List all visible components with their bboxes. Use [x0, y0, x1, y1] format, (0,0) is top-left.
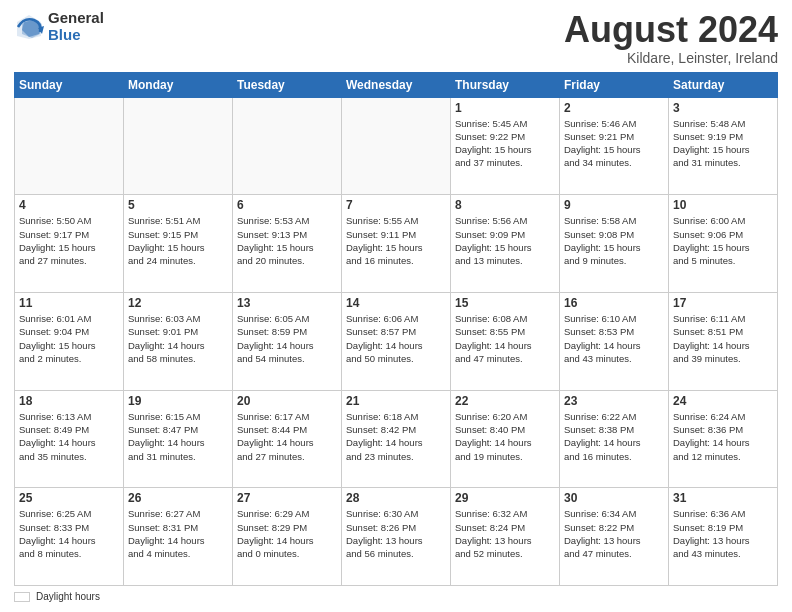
day-info: Sunrise: 6:00 AM Sunset: 9:06 PM Dayligh…: [673, 214, 773, 267]
calendar-cell: 12Sunrise: 6:03 AM Sunset: 9:01 PM Dayli…: [124, 292, 233, 390]
calendar-cell: 21Sunrise: 6:18 AM Sunset: 8:42 PM Dayli…: [342, 390, 451, 488]
day-info: Sunrise: 6:10 AM Sunset: 8:53 PM Dayligh…: [564, 312, 664, 365]
calendar-week-row: 4Sunrise: 5:50 AM Sunset: 9:17 PM Daylig…: [15, 195, 778, 293]
calendar-cell: 6Sunrise: 5:53 AM Sunset: 9:13 PM Daylig…: [233, 195, 342, 293]
day-info: Sunrise: 6:03 AM Sunset: 9:01 PM Dayligh…: [128, 312, 228, 365]
calendar-cell: [15, 97, 124, 195]
calendar-cell: 8Sunrise: 5:56 AM Sunset: 9:09 PM Daylig…: [451, 195, 560, 293]
calendar-day-header: Monday: [124, 72, 233, 97]
day-info: Sunrise: 6:01 AM Sunset: 9:04 PM Dayligh…: [19, 312, 119, 365]
day-number: 12: [128, 296, 228, 310]
day-info: Sunrise: 6:20 AM Sunset: 8:40 PM Dayligh…: [455, 410, 555, 463]
calendar-cell: 2Sunrise: 5:46 AM Sunset: 9:21 PM Daylig…: [560, 97, 669, 195]
day-number: 8: [455, 198, 555, 212]
day-info: Sunrise: 6:15 AM Sunset: 8:47 PM Dayligh…: [128, 410, 228, 463]
day-number: 5: [128, 198, 228, 212]
calendar-cell: 29Sunrise: 6:32 AM Sunset: 8:24 PM Dayli…: [451, 488, 560, 586]
day-info: Sunrise: 6:36 AM Sunset: 8:19 PM Dayligh…: [673, 507, 773, 560]
calendar-cell: [233, 97, 342, 195]
day-info: Sunrise: 6:11 AM Sunset: 8:51 PM Dayligh…: [673, 312, 773, 365]
day-info: Sunrise: 6:30 AM Sunset: 8:26 PM Dayligh…: [346, 507, 446, 560]
calendar-cell: 27Sunrise: 6:29 AM Sunset: 8:29 PM Dayli…: [233, 488, 342, 586]
day-info: Sunrise: 6:18 AM Sunset: 8:42 PM Dayligh…: [346, 410, 446, 463]
footer: Daylight hours: [14, 591, 778, 602]
day-number: 21: [346, 394, 446, 408]
day-number: 10: [673, 198, 773, 212]
day-info: Sunrise: 6:27 AM Sunset: 8:31 PM Dayligh…: [128, 507, 228, 560]
day-info: Sunrise: 5:46 AM Sunset: 9:21 PM Dayligh…: [564, 117, 664, 170]
day-info: Sunrise: 5:45 AM Sunset: 9:22 PM Dayligh…: [455, 117, 555, 170]
calendar-day-header: Thursday: [451, 72, 560, 97]
calendar-cell: 23Sunrise: 6:22 AM Sunset: 8:38 PM Dayli…: [560, 390, 669, 488]
day-info: Sunrise: 6:08 AM Sunset: 8:55 PM Dayligh…: [455, 312, 555, 365]
calendar-day-header: Sunday: [15, 72, 124, 97]
calendar-cell: 31Sunrise: 6:36 AM Sunset: 8:19 PM Dayli…: [669, 488, 778, 586]
calendar-cell: [342, 97, 451, 195]
calendar-week-row: 18Sunrise: 6:13 AM Sunset: 8:49 PM Dayli…: [15, 390, 778, 488]
day-info: Sunrise: 6:32 AM Sunset: 8:24 PM Dayligh…: [455, 507, 555, 560]
legend-label: Daylight hours: [36, 591, 100, 602]
calendar-cell: 13Sunrise: 6:05 AM Sunset: 8:59 PM Dayli…: [233, 292, 342, 390]
day-number: 7: [346, 198, 446, 212]
calendar-cell: 1Sunrise: 5:45 AM Sunset: 9:22 PM Daylig…: [451, 97, 560, 195]
day-number: 27: [237, 491, 337, 505]
day-info: Sunrise: 6:05 AM Sunset: 8:59 PM Dayligh…: [237, 312, 337, 365]
calendar-cell: 20Sunrise: 6:17 AM Sunset: 8:44 PM Dayli…: [233, 390, 342, 488]
day-number: 11: [19, 296, 119, 310]
day-info: Sunrise: 5:53 AM Sunset: 9:13 PM Dayligh…: [237, 214, 337, 267]
title-month: August 2024: [564, 10, 778, 50]
calendar-week-row: 25Sunrise: 6:25 AM Sunset: 8:33 PM Dayli…: [15, 488, 778, 586]
day-info: Sunrise: 5:51 AM Sunset: 9:15 PM Dayligh…: [128, 214, 228, 267]
calendar-cell: 19Sunrise: 6:15 AM Sunset: 8:47 PM Dayli…: [124, 390, 233, 488]
calendar-day-header: Friday: [560, 72, 669, 97]
calendar-cell: 16Sunrise: 6:10 AM Sunset: 8:53 PM Dayli…: [560, 292, 669, 390]
calendar-header-row: SundayMondayTuesdayWednesdayThursdayFrid…: [15, 72, 778, 97]
day-number: 29: [455, 491, 555, 505]
calendar-cell: 11Sunrise: 6:01 AM Sunset: 9:04 PM Dayli…: [15, 292, 124, 390]
calendar-cell: [124, 97, 233, 195]
day-number: 31: [673, 491, 773, 505]
logo-icon: [14, 12, 44, 42]
day-info: Sunrise: 6:24 AM Sunset: 8:36 PM Dayligh…: [673, 410, 773, 463]
day-number: 18: [19, 394, 119, 408]
day-info: Sunrise: 6:17 AM Sunset: 8:44 PM Dayligh…: [237, 410, 337, 463]
day-info: Sunrise: 5:56 AM Sunset: 9:09 PM Dayligh…: [455, 214, 555, 267]
day-number: 4: [19, 198, 119, 212]
calendar-cell: 22Sunrise: 6:20 AM Sunset: 8:40 PM Dayli…: [451, 390, 560, 488]
logo-text: General Blue: [48, 10, 104, 43]
calendar-cell: 4Sunrise: 5:50 AM Sunset: 9:17 PM Daylig…: [15, 195, 124, 293]
title-block: August 2024 Kildare, Leinster, Ireland: [564, 10, 778, 66]
day-number: 26: [128, 491, 228, 505]
day-number: 22: [455, 394, 555, 408]
calendar-week-row: 11Sunrise: 6:01 AM Sunset: 9:04 PM Dayli…: [15, 292, 778, 390]
logo-general: General: [48, 10, 104, 27]
calendar-cell: 9Sunrise: 5:58 AM Sunset: 9:08 PM Daylig…: [560, 195, 669, 293]
calendar-cell: 14Sunrise: 6:06 AM Sunset: 8:57 PM Dayli…: [342, 292, 451, 390]
day-info: Sunrise: 5:50 AM Sunset: 9:17 PM Dayligh…: [19, 214, 119, 267]
day-info: Sunrise: 5:48 AM Sunset: 9:19 PM Dayligh…: [673, 117, 773, 170]
calendar-cell: 18Sunrise: 6:13 AM Sunset: 8:49 PM Dayli…: [15, 390, 124, 488]
day-number: 19: [128, 394, 228, 408]
legend-box: [14, 592, 30, 602]
day-number: 14: [346, 296, 446, 310]
day-info: Sunrise: 6:34 AM Sunset: 8:22 PM Dayligh…: [564, 507, 664, 560]
calendar-cell: 17Sunrise: 6:11 AM Sunset: 8:51 PM Dayli…: [669, 292, 778, 390]
day-number: 28: [346, 491, 446, 505]
day-number: 16: [564, 296, 664, 310]
calendar-week-row: 1Sunrise: 5:45 AM Sunset: 9:22 PM Daylig…: [15, 97, 778, 195]
day-number: 2: [564, 101, 664, 115]
day-number: 15: [455, 296, 555, 310]
calendar-day-header: Saturday: [669, 72, 778, 97]
calendar-day-header: Tuesday: [233, 72, 342, 97]
day-info: Sunrise: 6:06 AM Sunset: 8:57 PM Dayligh…: [346, 312, 446, 365]
day-number: 23: [564, 394, 664, 408]
calendar-cell: 10Sunrise: 6:00 AM Sunset: 9:06 PM Dayli…: [669, 195, 778, 293]
calendar-cell: 5Sunrise: 5:51 AM Sunset: 9:15 PM Daylig…: [124, 195, 233, 293]
calendar-table: SundayMondayTuesdayWednesdayThursdayFrid…: [14, 72, 778, 586]
calendar-cell: 26Sunrise: 6:27 AM Sunset: 8:31 PM Dayli…: [124, 488, 233, 586]
day-number: 24: [673, 394, 773, 408]
calendar-cell: 30Sunrise: 6:34 AM Sunset: 8:22 PM Dayli…: [560, 488, 669, 586]
day-number: 6: [237, 198, 337, 212]
logo-blue: Blue: [48, 27, 104, 44]
calendar-cell: 3Sunrise: 5:48 AM Sunset: 9:19 PM Daylig…: [669, 97, 778, 195]
